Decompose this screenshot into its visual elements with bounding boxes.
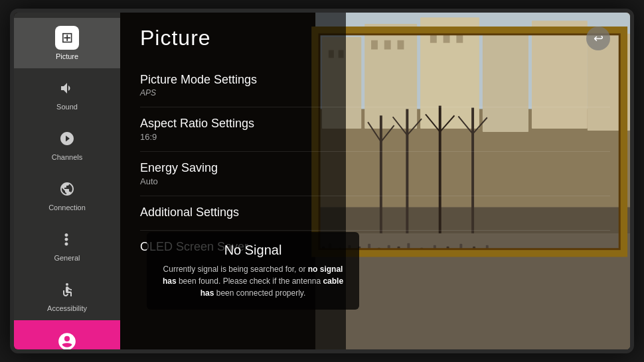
no-signal-text-2: been found. Please check if the antenna <box>177 276 323 286</box>
sidebar-label-connection: Connection <box>48 204 86 211</box>
sidebar-label-general: General <box>54 254 80 262</box>
picture-mode-title: Picture Mode Settings <box>140 73 610 87</box>
tv-screen: ⊞ Picture Sound Channels <box>10 9 634 353</box>
no-signal-overlay: No Signal Currently signal is being sear… <box>147 232 359 310</box>
sidebar-item-channels[interactable]: Channels <box>14 119 120 169</box>
aspect-ratio-subtitle: 16:9 <box>140 132 610 142</box>
no-signal-title: No Signal <box>160 243 346 258</box>
menu-item-additional[interactable]: Additional Settings <box>140 196 610 231</box>
aspect-ratio-title: Aspect Ratio Settings <box>140 117 610 131</box>
sidebar: ⊞ Picture Sound Channels <box>14 13 120 349</box>
no-signal-text-3: been connected properly. <box>214 288 305 298</box>
sidebar-item-accessibility[interactable]: Accessibility <box>14 270 120 320</box>
back-button[interactable]: ↩ <box>586 27 610 50</box>
menu-item-aspect-ratio[interactable]: Aspect Ratio Settings 16:9 <box>140 107 610 152</box>
menu-item-picture-mode[interactable]: Picture Mode Settings APS <box>140 64 610 107</box>
sidebar-item-sound[interactable]: Sound <box>14 68 120 119</box>
sidebar-label-sound: Sound <box>56 103 78 111</box>
no-signal-text-1: Currently signal is being searched for, … <box>163 265 308 274</box>
picture-mode-subtitle: APS <box>140 88 610 97</box>
support-icon <box>55 330 79 353</box>
sidebar-label-channels: Channels <box>52 153 82 161</box>
sidebar-label-picture: Picture <box>56 52 78 60</box>
energy-saving-subtitle: Auto <box>140 176 610 186</box>
svg-point-50 <box>66 283 68 286</box>
picture-icon: ⊞ <box>55 26 79 50</box>
menu-item-energy-saving[interactable]: Energy Saving Auto <box>140 152 610 196</box>
connection-icon <box>55 177 79 201</box>
additional-title: Additional Settings <box>140 206 610 219</box>
page-title: Picture <box>140 26 211 50</box>
energy-saving-title: Energy Saving <box>140 161 610 175</box>
sidebar-item-connection[interactable]: Connection <box>14 169 120 219</box>
no-signal-text: Currently signal is being searched for, … <box>160 263 346 299</box>
channels-icon <box>55 127 79 151</box>
general-icon <box>55 227 79 251</box>
sound-icon <box>55 76 79 100</box>
sidebar-item-support[interactable]: Support <box>14 320 120 353</box>
sidebar-item-general[interactable]: General <box>14 219 120 270</box>
accessibility-icon <box>55 278 79 302</box>
sidebar-item-picture[interactable]: ⊞ Picture <box>14 18 120 68</box>
page-header: Picture ↩ <box>140 26 610 50</box>
sidebar-label-accessibility: Accessibility <box>47 304 87 312</box>
